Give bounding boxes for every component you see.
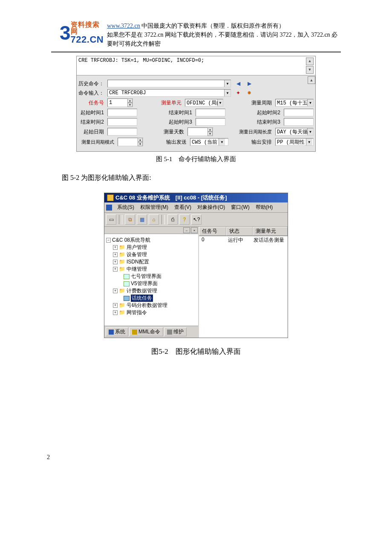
paste-icon[interactable]: ▦: [137, 214, 147, 225]
cell-task: 0: [199, 237, 225, 244]
menu-system[interactable]: 系统(S): [115, 203, 137, 211]
tree-item[interactable]: ISDN配置: [127, 258, 149, 266]
expander-icon[interactable]: +: [113, 260, 118, 264]
tree-item[interactable]: 用户管理: [127, 244, 147, 251]
menu-object[interactable]: 对象操作(O): [195, 203, 228, 211]
tree-item[interactable]: 网管指令: [127, 309, 147, 316]
pane-close-icon[interactable]: ×: [191, 227, 198, 233]
form-scroll-up-icon[interactable]: ▲: [308, 76, 315, 84]
input-label: 命令输入：: [78, 90, 104, 97]
tree-item[interactable]: 设备管理: [127, 251, 147, 258]
measure-period-value: M15 (每十五: [276, 99, 307, 107]
end-time2-input[interactable]: [107, 118, 137, 126]
output-arrange-label: 输出安排: [248, 139, 272, 146]
cell-status: 运行中: [225, 237, 251, 244]
help-icon[interactable]: ?: [179, 214, 190, 225]
tree-root-label[interactable]: C&C 08系统导航: [112, 237, 150, 244]
expander-icon[interactable]: +: [113, 245, 118, 250]
folder-icon: 📁: [119, 302, 125, 309]
print-icon[interactable]: ⎙: [167, 214, 178, 225]
end-time3-input[interactable]: [284, 118, 314, 126]
command-input-combo[interactable]: CRE TRFCROBJ▼: [107, 89, 231, 97]
expander-icon[interactable]: +: [113, 289, 118, 293]
menu-help[interactable]: 帮助(H): [253, 203, 276, 211]
day-period-len-combo[interactable]: DAY (每天循▼: [275, 128, 314, 136]
tree-item[interactable]: 号码分析数据管理: [127, 302, 167, 309]
header-line2: 如果您不是在 3722.cn 网站下载此资料的，不要随意相信．请访问 3722，…: [107, 32, 337, 47]
tree-item[interactable]: 中继管理: [127, 266, 147, 273]
nav-pane: – × −C&C 08系统导航 +📁用户管理 +📁设备管理 +📁ISDN配置 +…: [104, 227, 199, 338]
list-header: 任务号 状态 测量单元: [199, 227, 288, 236]
nav-tree[interactable]: −C&C 08系统导航 +📁用户管理 +📁设备管理 +📁ISDN配置 +📁中继管…: [104, 234, 198, 326]
pane-min-icon[interactable]: –: [183, 227, 190, 233]
whatsthis-icon[interactable]: ↖?: [191, 214, 202, 225]
dropdown-icon[interactable]: ▼: [224, 90, 231, 96]
nav-tabs: 系统 MML命令 维护: [104, 326, 198, 338]
expander-icon[interactable]: +: [113, 252, 118, 257]
scroll-up-icon[interactable]: ▲: [306, 58, 314, 65]
tree-item[interactable]: 七号管理界面: [131, 273, 161, 280]
expander-icon[interactable]: +: [113, 303, 118, 308]
scroll-down-icon[interactable]: ▼: [306, 66, 314, 74]
dropdown-icon[interactable]: ▼: [224, 80, 231, 87]
menu-window[interactable]: 窗口(W): [228, 203, 252, 211]
tab-icon: [132, 330, 137, 335]
task-number-label: 任务号: [78, 99, 104, 107]
page-header: 3 资料搜索网 722.CN www.3722.cn 中国最庞大的下载资料库（整…: [0, 21, 392, 52]
menu-permission[interactable]: 权限管理(M): [138, 203, 171, 211]
command-input-value: CRE TRFCROBJ: [108, 90, 224, 96]
col-unit[interactable]: 测量单元: [253, 227, 288, 236]
tree-item[interactable]: V5管理界面: [131, 280, 158, 287]
day-period-mode-label: 测量日周期模式: [78, 139, 114, 145]
col-status[interactable]: 状态: [226, 227, 253, 236]
site-link[interactable]: www.3722.cn: [107, 23, 140, 29]
measure-unit-combo[interactable]: OFDINC (局内▼: [185, 99, 223, 107]
history-combo[interactable]: ▼: [107, 80, 231, 87]
window-titlebar: C&C 08 业务维护系统 [II] cc08 - [话统任务]: [104, 193, 288, 202]
expander-icon[interactable]: +: [113, 310, 118, 315]
sysmenu-icon[interactable]: [106, 205, 112, 211]
expander-icon[interactable]: +: [113, 267, 118, 272]
end-time2-label: 结束时间2: [78, 119, 104, 126]
header-divider: [51, 52, 341, 52]
start-time3-input[interactable]: [196, 118, 225, 126]
expander-icon[interactable]: −: [106, 238, 111, 243]
col-task[interactable]: 任务号: [199, 227, 226, 236]
start-date-label: 起始日期: [78, 128, 104, 136]
menu-view[interactable]: 查看(V): [172, 203, 194, 211]
output-arrange-combo[interactable]: PP (周期性▼: [275, 138, 314, 146]
command-output-area: CRE TRFCROBJ: TSK=1, MU=OFDINC, INCOFD=0…: [77, 56, 315, 75]
output-send-combo[interactable]: CWS (当前▼: [190, 138, 228, 146]
start-date-input[interactable]: [107, 128, 137, 136]
list-row[interactable]: 0 运行中 发话话务测量: [199, 236, 288, 244]
prev-icon[interactable]: ◀: [234, 80, 242, 87]
new-doc-icon[interactable]: ▭: [106, 214, 116, 225]
run-icon[interactable]: ✸: [245, 89, 253, 97]
end-time3-label: 结束时间3: [257, 119, 280, 126]
next-icon[interactable]: ▶: [245, 80, 253, 87]
folder-icon: 📁: [119, 287, 125, 295]
list-pane: 任务号 状态 测量单元 0 运行中 发话话务测量: [199, 227, 288, 338]
tab-system[interactable]: 系统: [106, 327, 128, 336]
figure-5-2-caption: 图5-2 图形化辅助输入界面: [0, 347, 392, 356]
app-leaf-icon: [124, 274, 130, 279]
task-number-spinner[interactable]: 1 ▲▼: [107, 98, 133, 107]
copy-icon[interactable]: ⧉: [125, 214, 135, 225]
figure-5-2-screenshot: C&C 08 业务维护系统 [II] cc08 - [话统任务] 系统(S) 权…: [104, 193, 288, 338]
tool-icon[interactable]: ✦: [234, 89, 242, 97]
output-send-label: 输出发送: [163, 139, 187, 146]
measure-period-combo[interactable]: M15 (每十五▼: [275, 99, 314, 107]
measure-days-spinner[interactable]: ▲▼: [187, 127, 213, 136]
task-number-value: 1: [108, 100, 127, 106]
start-time1-input[interactable]: [107, 109, 137, 116]
tab-icon: [109, 330, 114, 335]
end-time1-input[interactable]: [196, 109, 225, 116]
tree-item[interactable]: 计费数据管理: [127, 287, 157, 295]
start-time2-input[interactable]: [284, 109, 314, 116]
tab-maintain[interactable]: 维护: [164, 327, 187, 336]
home-icon[interactable]: ⌂: [149, 214, 159, 225]
day-period-mode-spinner[interactable]: ▲▼: [118, 138, 143, 146]
logo-numeral: 3: [60, 23, 71, 43]
tree-item-selected[interactable]: 话统任务: [131, 295, 153, 302]
tab-mml[interactable]: MML命令: [129, 327, 163, 336]
